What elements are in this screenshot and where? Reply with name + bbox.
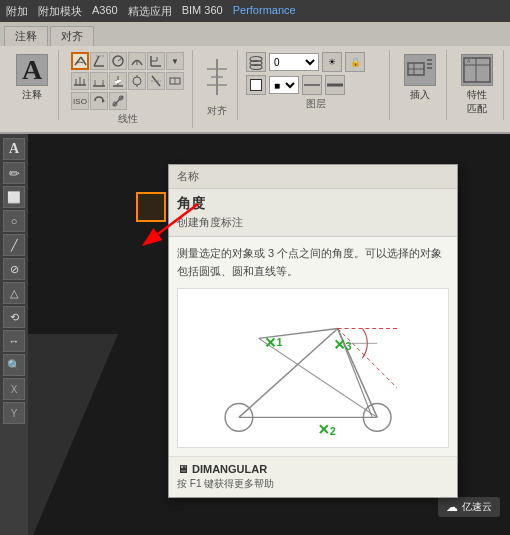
watermark: ☁ 亿速云 (438, 497, 500, 517)
svg-line-6 (118, 58, 122, 61)
menu-addon[interactable]: 附加模块 (38, 4, 82, 19)
drawing-canvas: 名称 角度 创建角度标注 测量选定的对象或 3 个点之间的角度。可以选择的对象包… (28, 134, 510, 535)
tool-triangle[interactable]: △ (3, 282, 25, 304)
svg-text:2: 2 (330, 425, 336, 437)
dim-angular-button[interactable] (90, 52, 108, 70)
tooltip-diagram: 1 2 3 (177, 288, 449, 448)
dim-more-button[interactable]: ▼ (166, 52, 184, 70)
dim-tools-row3: ISO (71, 92, 184, 110)
svg-marker-56 (28, 334, 118, 535)
group-align: 对齐 (197, 50, 238, 120)
dim-tools-row2 (71, 72, 184, 90)
tooltip-help-text: 按 F1 键获得更多帮助 (177, 477, 449, 491)
tool-text[interactable]: A (3, 138, 25, 160)
color-dropdown[interactable]: ■ (269, 76, 299, 94)
svg-text:A: A (467, 58, 471, 64)
watermark-icon: ☁ (446, 500, 458, 514)
angle-diagram-svg: 1 2 3 (178, 289, 448, 447)
tool-line[interactable]: ╱ (3, 234, 25, 256)
menu-a360[interactable]: A360 (92, 4, 118, 19)
group-linetype: ▼ (63, 50, 193, 128)
svg-line-1 (81, 57, 86, 65)
ribbon-content: A 注释 (0, 46, 510, 132)
dim-style-button[interactable]: ISO (71, 92, 89, 110)
main-layout: A ✏ ⬜ ○ ╱ ⊘ △ ⟲ ↔ 🔍 X Y (0, 134, 510, 535)
layer-color-button[interactable] (246, 75, 266, 95)
linetype-group-label: 线性 (118, 112, 138, 126)
tool-rect[interactable]: ⬜ (3, 186, 25, 208)
svg-line-3 (94, 56, 99, 66)
ribbon-tabs: 注释 对齐 (0, 22, 510, 46)
tooltip-name-label: 名称 (177, 170, 199, 182)
dim-override-button[interactable] (109, 92, 127, 110)
svg-rect-59 (180, 289, 447, 447)
watermark-text: 亿速云 (462, 500, 492, 514)
svg-line-0 (75, 57, 81, 65)
align-group-label: 对齐 (207, 104, 227, 118)
group-annotation: A 注释 (6, 50, 59, 120)
svg-line-34 (113, 96, 123, 106)
tool-circle[interactable]: ○ (3, 210, 25, 232)
text-tool-button[interactable]: A 注释 (12, 52, 52, 104)
dim-cont-button[interactable] (71, 72, 89, 90)
dim-reassoc-button[interactable] (166, 72, 184, 90)
insert-icon (404, 54, 436, 86)
ribbon: 注释 对齐 A 注释 (0, 22, 510, 134)
svg-text:1: 1 (276, 336, 282, 348)
tab-annotation[interactable]: 注释 (4, 26, 48, 46)
layer-freeze-button[interactable]: ☀ (322, 52, 342, 72)
tool-zoom[interactable]: 🔍 (3, 354, 25, 376)
align-icon (203, 57, 231, 97)
layer-tools: 0 ☀ 🔒 ■ (246, 52, 385, 95)
dim-radius-button[interactable] (109, 52, 127, 70)
dim-oblique-button[interactable] (147, 72, 165, 90)
properties-button[interactable]: A 特性 匹配 (457, 52, 497, 118)
text-label: 注释 (22, 88, 42, 102)
title-bar: 附加 附加模块 A360 精选应用 BIM 360 Performance (0, 0, 510, 22)
tooltip-command: 🖥 DIMANGULAR (177, 463, 449, 475)
layer-lock-button[interactable]: 🔒 (345, 52, 365, 72)
menu-bar: 附加 附加模块 A360 精选应用 BIM 360 Performance (6, 4, 296, 19)
command-text: DIMANGULAR (192, 463, 267, 475)
tool-rotate[interactable]: ⟲ (3, 306, 25, 328)
group-insert: 插入 (394, 50, 447, 120)
dim-tools-row: ▼ (71, 52, 184, 70)
text-icon: A (16, 54, 48, 86)
insert-label: 插入 (410, 88, 430, 102)
insert-button[interactable]: 插入 (400, 52, 440, 104)
tool-y[interactable]: Y (3, 402, 25, 424)
dim-arc-button[interactable] (128, 52, 146, 70)
layer-properties-button[interactable] (246, 52, 266, 72)
tab-align[interactable]: 对齐 (50, 26, 94, 46)
tool-pencil[interactable]: ✏ (3, 162, 25, 184)
layer-dropdown[interactable]: 0 (269, 53, 319, 71)
lineweight-button[interactable] (325, 75, 345, 95)
svg-line-57 (158, 204, 198, 234)
tool-x[interactable]: X (3, 378, 25, 400)
dim-ordinate-button[interactable] (147, 52, 165, 70)
svg-text:3: 3 (346, 340, 352, 352)
dim-update-button[interactable] (90, 92, 108, 110)
menu-add[interactable]: 附加 (6, 4, 28, 19)
linetype-button[interactable] (302, 75, 322, 95)
dim-linear-button[interactable] (71, 52, 89, 70)
group-layers: 0 ☀ 🔒 ■ (242, 50, 390, 120)
group-block: A 特性 匹配 (451, 50, 504, 120)
dim-adjust-button[interactable] (128, 72, 146, 90)
dim-break-button[interactable] (109, 72, 127, 90)
dim-baseline-button[interactable] (90, 72, 108, 90)
red-arrow (138, 184, 218, 264)
properties-icon: A (461, 54, 493, 86)
menu-performance[interactable]: Performance (233, 4, 296, 19)
tooltip-body: 测量选定的对象或 3 个点之间的角度。可以选择的对象包括圆弧、圆和直线等。 (169, 237, 457, 456)
menu-bim360[interactable]: BIM 360 (182, 4, 223, 19)
tool-move[interactable]: ↔ (3, 330, 25, 352)
svg-point-26 (133, 77, 141, 85)
command-icon: 🖥 (177, 463, 188, 475)
tool-offset[interactable]: ⊘ (3, 258, 25, 280)
left-toolbar: A ✏ ⬜ ○ ╱ ⊘ △ ⟲ ↔ 🔍 X Y (0, 134, 28, 535)
menu-featured[interactable]: 精选应用 (128, 4, 172, 19)
tooltip-footer: 🖥 DIMANGULAR 按 F1 键获得更多帮助 (169, 456, 457, 497)
layers-group-label: 图层 (246, 97, 385, 111)
properties-label: 特性 匹配 (467, 88, 487, 116)
